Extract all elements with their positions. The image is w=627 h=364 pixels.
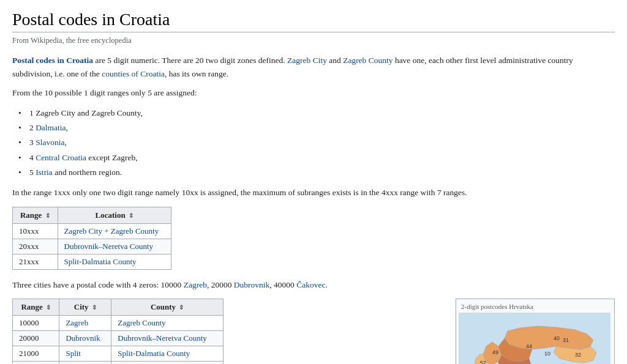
zagreb-county-link[interactable]: Zagreb County bbox=[343, 56, 392, 65]
sort-icon-city: ⇕ bbox=[92, 304, 97, 311]
dubrovnik-link[interactable]: Dubrovnik bbox=[234, 280, 270, 289]
dalmatia-link[interactable]: Dalmatia bbox=[36, 123, 66, 132]
svg-text:40: 40 bbox=[554, 335, 560, 341]
cell-city: Šibenik bbox=[59, 362, 111, 364]
intro-paragraph-2: From the 10 possible 1 digit ranges only… bbox=[12, 86, 615, 100]
svg-text:10: 10 bbox=[544, 351, 550, 357]
svg-text:32: 32 bbox=[575, 352, 581, 358]
col-location[interactable]: Location ⇕ bbox=[58, 207, 171, 223]
cell-county: Zagreb County bbox=[111, 316, 223, 331]
cell-location: Zagreb City + Zagreb County bbox=[58, 223, 171, 239]
location-link[interactable]: Zagreb City + Zagreb County bbox=[64, 226, 159, 236]
sort-icon-county: ⇕ bbox=[179, 304, 184, 311]
list-item-5: 5 Istria and northern region. bbox=[27, 165, 615, 180]
page-title: Postal codes in Croatia bbox=[12, 10, 615, 32]
list-item-3: 3 Slavonia, bbox=[27, 135, 615, 150]
table-row: 20000 Dubrovnik Dubrovnik–Neretva County bbox=[13, 331, 223, 346]
cell-city: Dubrovnik bbox=[59, 331, 111, 346]
zagreb-city-link[interactable]: Zagreb City bbox=[287, 56, 327, 65]
intro-paragraph-1: Postal codes in Croatia are 5 digit nume… bbox=[12, 54, 615, 80]
svg-text:31: 31 bbox=[563, 337, 569, 343]
col-city[interactable]: City ⇕ bbox=[59, 299, 111, 316]
county-link[interactable]: Zagreb County bbox=[118, 318, 165, 327]
county-link[interactable]: Dubrovnik–Neretva County bbox=[118, 333, 207, 343]
svg-text:44: 44 bbox=[526, 343, 532, 349]
city-link[interactable]: Zagreb bbox=[66, 318, 88, 327]
cell-county: Dubrovnik–Neretva County bbox=[111, 331, 223, 346]
cell-county: Šibenik-Knin County bbox=[111, 362, 223, 364]
cell-range: 20000 bbox=[13, 331, 59, 346]
zagreb-link[interactable]: Zagreb bbox=[184, 280, 207, 289]
svg-text:52: 52 bbox=[480, 360, 486, 364]
cell-range: 10xxx bbox=[13, 223, 58, 239]
slavonia-link[interactable]: Slavonia bbox=[36, 138, 64, 147]
table-row: 10xxx Zagreb City + Zagreb County bbox=[13, 223, 171, 239]
cell-city: Split bbox=[59, 346, 111, 362]
list-item-4: 4 Central Croatia except Zagreb, bbox=[27, 150, 615, 165]
sort-icon-location: ⇕ bbox=[129, 212, 133, 219]
digit-ranges-list: 1 Zagreb City and Zagreb County, 2 Dalma… bbox=[27, 106, 615, 180]
location-link[interactable]: Dubrovnik–Neretva County bbox=[64, 242, 154, 251]
table-row: 20xxx Dubrovnik–Neretva County bbox=[13, 239, 171, 254]
list-item-1: 1 Zagreb City and Zagreb County, bbox=[27, 106, 615, 121]
cell-county: Split-Dalmatia County bbox=[111, 346, 223, 362]
wiki-subtitle: From Wikipedia, the free encyclopedia bbox=[12, 36, 615, 45]
main-layout: Range ⇕ City ⇕ County ⇕ 10000 Zagreb Zag… bbox=[12, 299, 615, 364]
cell-city: Zagreb bbox=[59, 316, 111, 331]
cell-range: 10000 bbox=[13, 316, 59, 331]
three-cities-text: Three cities have a postal code with 4 z… bbox=[12, 278, 615, 292]
county-link[interactable]: Split-Dalmatia County bbox=[118, 349, 190, 358]
cell-range: 21000 bbox=[13, 346, 59, 362]
col-range-1[interactable]: Range ⇕ bbox=[13, 207, 58, 223]
central-croatia-link[interactable]: Central Croatia bbox=[36, 153, 86, 162]
cell-range: 20xxx bbox=[13, 239, 58, 254]
range-paragraph: In the range 1xxx only one two digit ran… bbox=[12, 186, 615, 199]
postal-codes-croatia-link[interactable]: Postal codes in Croatia bbox=[12, 56, 93, 65]
table-row: 22000 Šibenik Šibenik-Knin County bbox=[13, 362, 223, 364]
map-container: 2-digit postcodes Hrvatska bbox=[456, 299, 615, 364]
col-range-2[interactable]: Range ⇕ bbox=[13, 299, 59, 316]
map-image: 31 10 53 21 20 52 32 49 44 40 22 bbox=[459, 313, 610, 364]
city-link[interactable]: Split bbox=[66, 349, 81, 358]
col-county[interactable]: County ⇕ bbox=[111, 299, 223, 316]
table-row: 21xxx Split-Dalmatia County bbox=[13, 254, 171, 269]
city-link[interactable]: Dubrovnik bbox=[66, 333, 100, 343]
counties-croatia-link[interactable]: counties of Croatia bbox=[102, 69, 165, 78]
cell-location: Dubrovnik–Neretva County bbox=[58, 239, 171, 254]
tables-section: Range ⇕ City ⇕ County ⇕ 10000 Zagreb Zag… bbox=[12, 299, 443, 364]
cell-range: 22000 bbox=[13, 362, 59, 364]
cell-range: 21xxx bbox=[13, 254, 58, 269]
table-row: 21000 Split Split-Dalmatia County bbox=[13, 346, 223, 362]
cakovec-link[interactable]: Čakovec bbox=[296, 280, 325, 289]
istria-link[interactable]: Istria bbox=[36, 168, 53, 177]
map-title: 2-digit postcodes Hrvatska bbox=[459, 302, 612, 313]
table-range-location: Range ⇕ Location ⇕ 10xxx Zagreb City + Z… bbox=[12, 207, 171, 270]
table-range-city-county: Range ⇕ City ⇕ County ⇕ 10000 Zagreb Zag… bbox=[12, 299, 223, 364]
location-link[interactable]: Split-Dalmatia County bbox=[64, 257, 137, 266]
sort-icon-range-2: ⇕ bbox=[46, 304, 51, 311]
sort-icon-range-1: ⇕ bbox=[45, 212, 50, 219]
list-item-2: 2 Dalmatia, bbox=[27, 121, 615, 135]
map-section: 2-digit postcodes Hrvatska bbox=[456, 299, 615, 364]
table-row: 10000 Zagreb Zagreb County bbox=[13, 316, 223, 331]
svg-text:49: 49 bbox=[492, 349, 498, 355]
cell-location: Split-Dalmatia County bbox=[58, 254, 171, 269]
